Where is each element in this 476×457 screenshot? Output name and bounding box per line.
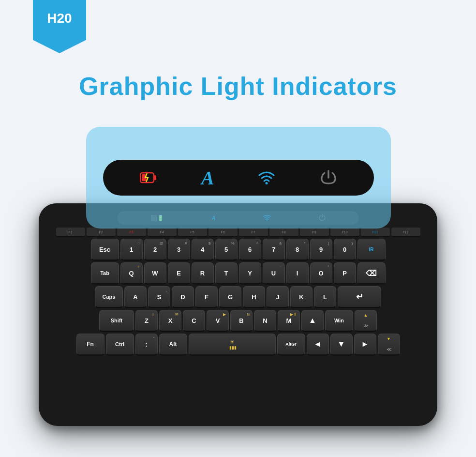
- key-esc[interactable]: Esc: [91, 239, 119, 261]
- key-up[interactable]: ▲: [301, 310, 324, 332]
- key-fn[interactable]: Fn: [76, 334, 104, 356]
- zxcv-row: Shift ☆Z ✉X C ▶V NB N ▶⏸M ▲ Win ▲≫: [99, 310, 377, 332]
- indicator-bar: A: [103, 160, 374, 196]
- key-y[interactable]: Y: [239, 262, 261, 285]
- key-d[interactable]: D: [172, 286, 194, 308]
- keyboard: ⬛🔋 A F1 F2 F3 F4 F5 F6 F7 F8 F9 F10 F11: [39, 203, 437, 426]
- key-3[interactable]: #3: [168, 239, 190, 261]
- key-p[interactable]: P: [334, 262, 356, 285]
- bottom-row: Fn Ctrl ": Alt ☀ ▮▮▮ AltGr ◄ ▼ ► ▼≪: [76, 334, 400, 356]
- caps-indicator: A: [201, 167, 213, 189]
- key-alt[interactable]: Alt: [159, 334, 187, 356]
- key-w[interactable]: W: [144, 262, 166, 285]
- fn-key-f8[interactable]: F8: [269, 228, 298, 237]
- key-a[interactable]: A: [124, 286, 147, 308]
- key-l[interactable]: L: [314, 286, 336, 308]
- key-altgr[interactable]: AltGr: [277, 334, 305, 356]
- key-u[interactable]: ~U: [263, 262, 285, 285]
- key-pg-dn[interactable]: ▼≪: [378, 334, 400, 356]
- key-8[interactable]: *8: [286, 239, 309, 261]
- key-4[interactable]: $4: [192, 239, 214, 261]
- svg-rect-1: [154, 175, 156, 180]
- key-v[interactable]: ▶V: [207, 310, 229, 332]
- fn-key-f7[interactable]: F7: [239, 228, 268, 237]
- key-m[interactable]: ▶⏸M: [278, 310, 300, 332]
- fn-key-f12[interactable]: F12: [391, 228, 420, 237]
- number-row: Esc !1 @2 #3 $4 %5 ^6 &7 *8 (9 )0 IR: [91, 239, 386, 261]
- key-2[interactable]: @2: [144, 239, 166, 261]
- key-s[interactable]: -S: [148, 286, 170, 308]
- key-f[interactable]: F: [195, 286, 218, 308]
- key-t[interactable]: T: [215, 262, 238, 285]
- key-right[interactable]: ►: [354, 334, 376, 356]
- key-1[interactable]: !1: [120, 239, 143, 261]
- fn-key-f9[interactable]: F9: [300, 228, 329, 237]
- battery-indicator: [140, 171, 157, 184]
- key-b[interactable]: NB: [230, 310, 253, 332]
- asdf-row: Caps A -S D F G H J K L ↵: [95, 286, 381, 308]
- page-title: Grahphic Light Indicators: [0, 72, 476, 101]
- model-tag: H20: [33, 0, 86, 53]
- key-ctrl[interactable]: Ctrl: [106, 334, 134, 356]
- fn-key-f10[interactable]: F10: [330, 228, 359, 237]
- fn-key-f5[interactable]: F5: [178, 228, 207, 237]
- key-caps[interactable]: Caps: [95, 286, 123, 308]
- key-r[interactable]: R: [192, 262, 214, 285]
- power-indicator: [320, 169, 337, 186]
- fn-key-f3[interactable]: F3: [117, 228, 146, 237]
- key-n[interactable]: N: [254, 310, 276, 332]
- fn-key-f2[interactable]: F2: [87, 228, 116, 237]
- key-x[interactable]: ✉X: [159, 310, 181, 332]
- fn-row: F1 F2 F3 F4 F5 F6 F7 F8 F9 F10 F11 F12: [56, 228, 420, 237]
- key-ir[interactable]: IR: [357, 239, 386, 261]
- key-o[interactable]: °O: [310, 262, 332, 285]
- fn-key-f4[interactable]: F4: [148, 228, 177, 237]
- key-c[interactable]: C: [183, 310, 205, 332]
- key-down[interactable]: ▼: [330, 334, 353, 356]
- key-9[interactable]: (9: [310, 239, 332, 261]
- key-q[interactable]: +Q: [120, 262, 143, 285]
- key-g[interactable]: G: [219, 286, 241, 308]
- fn-key-f11[interactable]: F11: [361, 228, 390, 237]
- key-tab[interactable]: Tab: [91, 262, 119, 285]
- svg-point-4: [266, 182, 268, 184]
- key-colon[interactable]: ":: [135, 334, 158, 356]
- wifi-indicator: [257, 170, 276, 185]
- key-shift[interactable]: Shift: [99, 310, 134, 332]
- key-j[interactable]: J: [267, 286, 289, 308]
- key-pg-up[interactable]: ▲≫: [355, 310, 377, 332]
- key-backspace[interactable]: ⌫: [357, 262, 386, 285]
- key-enter[interactable]: ↵: [338, 286, 381, 308]
- fn-key-f6[interactable]: F6: [208, 228, 238, 237]
- key-h[interactable]: H: [243, 286, 265, 308]
- key-left[interactable]: ◄: [307, 334, 329, 356]
- key-i[interactable]: I: [286, 262, 309, 285]
- key-e[interactable]: E: [168, 262, 190, 285]
- key-6[interactable]: ^6: [239, 239, 261, 261]
- key-k[interactable]: K: [290, 286, 312, 308]
- key-win[interactable]: Win: [325, 310, 353, 332]
- fn-key-f1[interactable]: F1: [56, 228, 85, 237]
- key-5[interactable]: %5: [215, 239, 238, 261]
- model-label: H20: [47, 11, 72, 26]
- key-7[interactable]: &7: [263, 239, 285, 261]
- key-z[interactable]: ☆Z: [135, 310, 158, 332]
- key-0[interactable]: )0: [334, 239, 356, 261]
- indicator-panel: A: [86, 127, 391, 228]
- key-space[interactable]: ☀ ▮▮▮: [189, 334, 276, 356]
- qwerty-row: Tab +Q W E R T Y ~U I °O P ⌫: [91, 262, 386, 285]
